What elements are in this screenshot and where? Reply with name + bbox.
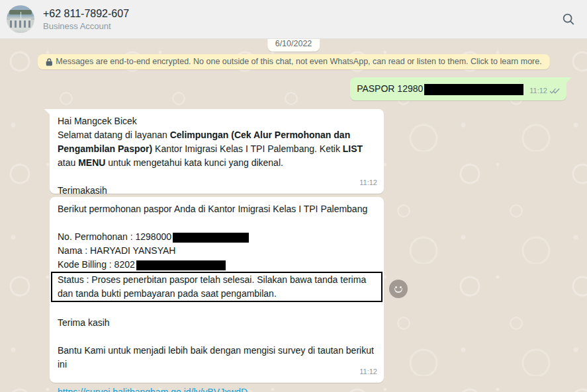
avatar-building xyxy=(10,19,31,30)
incoming-message-greeting[interactable]: Hai Mangcek Bicek Selamat datang di laya… xyxy=(50,109,384,194)
kode-billing-line: Kode Billing : 8202 xyxy=(58,258,377,272)
business-account-label: Business Account xyxy=(43,21,129,31)
thanks-line: Terima kasih xyxy=(58,316,377,330)
greeting-line: Hai Mangcek Bicek xyxy=(58,114,377,128)
chat-header: +62 811-7892-607 Business Account xyxy=(0,0,587,39)
message-time: 11:12 xyxy=(529,84,547,98)
permohonan-line: No. Permohonan : 1298000 xyxy=(58,230,377,244)
encryption-notice-text: Messages are end-to-end encrypted. No on… xyxy=(56,57,541,66)
status-highlight-box: Status : Proses penerbitan paspor telah … xyxy=(51,272,383,302)
chat-message-area: 6/10/2022 Messages are end-to-end encryp… xyxy=(0,39,587,392)
redaction-bar xyxy=(136,260,226,270)
welcome-paragraph: Selamat datang di layanan Celimpungan (C… xyxy=(58,128,377,170)
message-time: 11:12 xyxy=(359,365,377,379)
bubble-tail-in xyxy=(44,109,50,114)
search-icon xyxy=(561,12,576,26)
search-button[interactable] xyxy=(561,11,576,27)
survey-line-2: ini xyxy=(58,358,377,372)
redaction-bar xyxy=(424,84,523,95)
outgoing-message[interactable]: PASPOR 12980 11:12 xyxy=(350,77,566,100)
closing-line: Terimakasih xyxy=(58,184,377,198)
blank-line xyxy=(58,330,377,344)
lock-icon xyxy=(45,58,52,66)
blank-line xyxy=(58,170,377,184)
nama-line: Nama : HARYADI YANSYAH xyxy=(58,244,377,258)
survey-link[interactable]: https://survei.balitbangham.go.id/ly/yBV… xyxy=(58,387,248,392)
bubble-tail-out xyxy=(566,77,572,83)
message-meta: 11:12 xyxy=(529,84,561,98)
blank-line xyxy=(58,302,377,316)
contact-avatar[interactable] xyxy=(7,5,34,33)
double-check-icon xyxy=(549,87,561,95)
contact-info[interactable]: +62 811-7892-607 Business Account xyxy=(43,8,129,31)
redaction-bar xyxy=(173,233,249,243)
encryption-notice[interactable]: Messages are end-to-end encrypted. No on… xyxy=(37,54,549,69)
contact-phone-number: +62 811-7892-607 xyxy=(43,8,129,20)
blank-line xyxy=(58,216,377,230)
date-badge: 6/10/2022 xyxy=(267,39,320,52)
blank-line xyxy=(58,372,377,385)
intro-line: Berikut permohonan paspor Anda di Kantor… xyxy=(58,202,377,216)
outgoing-message-text: PASPOR 12980 xyxy=(357,82,523,96)
emoji-react-button[interactable] xyxy=(389,280,408,298)
status-line: Status : Proses penerbitan paspor telah … xyxy=(58,273,376,301)
survey-line: Bantu Kami untuk menjadi lebih baik deng… xyxy=(58,344,377,358)
incoming-message-status[interactable]: Berikut permohonan paspor Anda di Kantor… xyxy=(50,197,384,383)
message-time: 11:12 xyxy=(359,176,377,190)
